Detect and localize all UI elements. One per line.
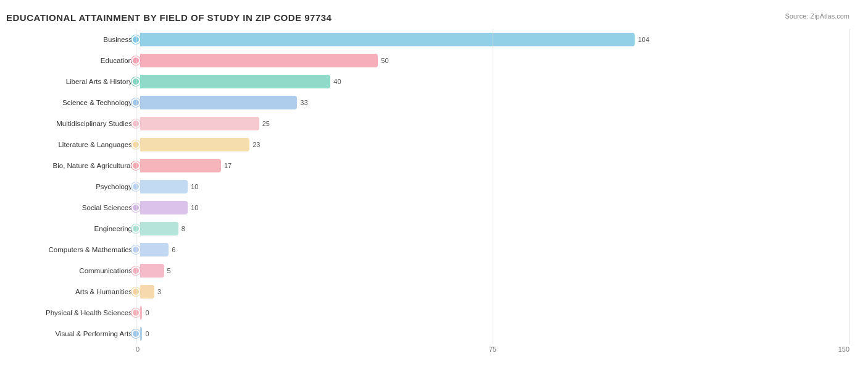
bar-fill <box>140 264 164 278</box>
bar-label: Visual & Performing Arts <box>6 330 136 337</box>
bar-track: 0 <box>136 306 849 320</box>
chart-container: EDUCATIONAL ATTAINMENT BY FIELD OF STUDY… <box>0 0 868 390</box>
bar-dot <box>131 182 140 191</box>
bar-row: Visual & Performing Arts0 <box>6 323 849 344</box>
bar-track: 50 <box>136 54 849 67</box>
bar-fill <box>140 306 142 320</box>
bar-dot <box>131 98 140 107</box>
bar-value: 23 <box>252 141 260 148</box>
bar-row: Social Sciences10 <box>6 197 849 218</box>
bar-fill <box>140 180 188 193</box>
bar-track: 3 <box>136 285 849 299</box>
chart-title: EDUCATIONAL ATTAINMENT BY FIELD OF STUDY… <box>6 12 849 23</box>
bar-dot <box>131 56 140 65</box>
bar-row: Computers & Mathematics6 <box>6 239 849 260</box>
bar-value: 0 <box>145 309 149 316</box>
bar-label: Computers & Mathematics <box>6 246 136 253</box>
bar-label: Business <box>6 36 136 43</box>
bar-label: Literature & Languages <box>6 141 136 148</box>
chart-area: Business104Education50Liberal Arts & His… <box>6 29 849 345</box>
bar-dot <box>131 203 140 212</box>
bar-row: Business104 <box>6 29 849 50</box>
bar-label: Physical & Health Sciences <box>6 309 136 316</box>
bar-label: Bio, Nature & Agricultural <box>6 162 136 169</box>
bar-value: 8 <box>182 225 185 232</box>
bar-fill <box>140 96 297 109</box>
bar-label: Communications <box>6 267 136 274</box>
bar-label: Arts & Humanities <box>6 288 136 295</box>
bar-value: 5 <box>167 267 171 274</box>
bar-value: 17 <box>224 162 232 169</box>
bar-label: Multidisciplinary Studies <box>6 120 136 127</box>
bar-fill <box>140 75 330 88</box>
bar-fill <box>140 159 221 172</box>
bar-track: 40 <box>136 75 849 88</box>
x-axis-label: 0 <box>136 345 140 353</box>
bar-track: 25 <box>136 117 849 130</box>
bar-value: 33 <box>300 99 307 106</box>
bar-track: 17 <box>136 159 849 172</box>
bar-fill <box>140 201 188 214</box>
bar-row: Physical & Health Sciences0 <box>6 302 849 323</box>
bar-track: 33 <box>136 96 849 109</box>
bar-value: 3 <box>157 288 161 295</box>
source-label: Source: ZipAtlas.com <box>785 12 849 20</box>
bar-label: Psychology <box>6 183 136 190</box>
bar-dot <box>131 308 140 317</box>
bar-row: Psychology10 <box>6 176 849 197</box>
bar-value: 50 <box>381 57 388 64</box>
bar-dot <box>131 140 140 149</box>
bar-row: Arts & Humanities3 <box>6 281 849 302</box>
bar-value: 0 <box>145 330 149 337</box>
bar-dot <box>131 35 140 44</box>
bar-fill <box>140 138 249 151</box>
bar-row: Liberal Arts & History40 <box>6 71 849 92</box>
bar-fill <box>140 327 142 341</box>
bar-fill <box>140 117 259 130</box>
bar-fill <box>140 54 378 67</box>
bar-row: Bio, Nature & Agricultural17 <box>6 155 849 176</box>
bar-dot <box>131 287 140 296</box>
bar-fill <box>140 222 178 235</box>
bar-value: 25 <box>262 120 270 127</box>
bars-section: Business104Education50Liberal Arts & His… <box>6 29 849 344</box>
x-axis-label: 150 <box>838 345 849 353</box>
bar-track: 10 <box>136 201 849 214</box>
bar-label: Education <box>6 57 136 64</box>
bar-dot <box>131 329 140 338</box>
bar-track: 0 <box>136 327 849 341</box>
bar-value: 40 <box>333 78 341 85</box>
bar-track: 23 <box>136 138 849 151</box>
bar-label: Social Sciences <box>6 204 136 211</box>
x-axis-label: 75 <box>489 345 496 353</box>
bar-dot <box>131 161 140 170</box>
bar-dot <box>131 245 140 254</box>
bar-track: 5 <box>136 264 849 278</box>
bar-dot <box>131 77 140 86</box>
bar-row: Education50 <box>6 50 849 71</box>
bar-value: 10 <box>191 204 198 211</box>
bar-row: Communications5 <box>6 260 849 281</box>
bar-label: Engineering <box>6 225 136 232</box>
bar-dot <box>131 119 140 128</box>
bar-fill <box>140 33 635 46</box>
bar-dot <box>131 266 140 275</box>
bar-dot <box>131 224 140 233</box>
bar-track: 8 <box>136 222 849 235</box>
bar-row: Science & Technology33 <box>6 92 849 113</box>
bar-value: 104 <box>638 36 649 43</box>
bar-row: Literature & Languages23 <box>6 134 849 155</box>
bar-fill <box>140 285 154 299</box>
bar-row: Multidisciplinary Studies25 <box>6 113 849 134</box>
bar-value: 6 <box>172 246 175 253</box>
bar-value: 10 <box>191 183 198 190</box>
bar-track: 6 <box>136 243 849 256</box>
bar-track: 104 <box>136 33 849 46</box>
bar-row: Engineering8 <box>6 218 849 239</box>
bar-fill <box>140 243 169 256</box>
bar-label: Science & Technology <box>6 99 136 106</box>
bar-label: Liberal Arts & History <box>6 78 136 85</box>
bar-track: 10 <box>136 180 849 193</box>
